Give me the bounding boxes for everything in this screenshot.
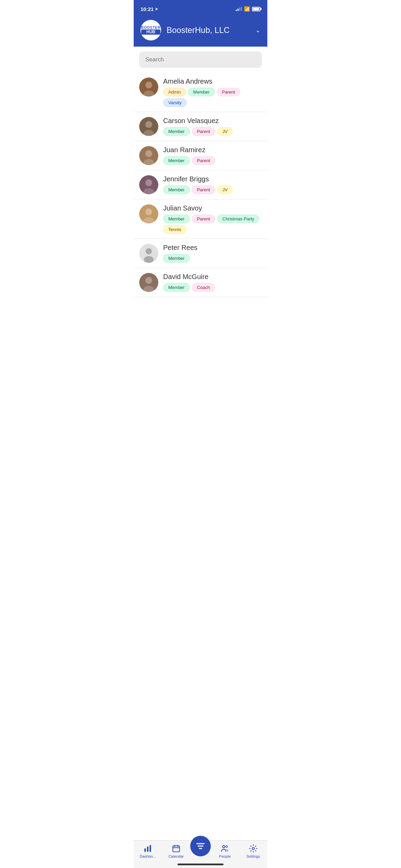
person-name: Julian Savoy <box>163 204 262 212</box>
person-tags: MemberParentJV <box>163 185 262 194</box>
tag-member: Member <box>188 88 215 96</box>
tag-jv: JV <box>217 127 233 136</box>
svg-point-13 <box>145 208 152 215</box>
tag-admin: Admin <box>163 88 186 96</box>
status-bar: 10:21 ➤ 📶 <box>134 0 267 16</box>
tag-member: Member <box>163 215 190 223</box>
person-item[interactable]: David McGuireMemberCoach <box>134 268 267 297</box>
svg-point-4 <box>145 121 152 128</box>
person-tags: MemberCoach <box>163 283 262 292</box>
tag-member: Member <box>163 185 190 194</box>
person-tags: MemberParentChristmas PartyTennis <box>163 215 262 234</box>
logo-hub-text: HUB <box>141 29 160 35</box>
person-name: Amelia Andrews <box>163 77 262 85</box>
tag-coach: Coach <box>192 283 215 292</box>
avatar <box>139 273 158 292</box>
tag-jv: JV <box>217 185 233 194</box>
svg-point-10 <box>145 179 152 186</box>
logo-booster-text: BOOSTER <box>141 26 160 29</box>
avatar <box>139 244 158 263</box>
header-title[interactable]: BoosterHub, LLC <box>167 25 250 35</box>
person-name: Peter Rees <box>163 244 262 252</box>
tag-parent: Parent <box>192 156 215 165</box>
signal-icon <box>236 7 242 11</box>
person-tags: MemberParentJV <box>163 127 262 136</box>
person-name: Jennifer Briggs <box>163 175 262 183</box>
svg-point-19 <box>145 277 152 284</box>
tag-member: Member <box>163 127 190 136</box>
person-tags: AdminMemberParentVarsity <box>163 88 262 107</box>
battery-icon <box>252 7 260 11</box>
avatar <box>139 146 158 165</box>
tag-member: Member <box>163 156 190 165</box>
person-item[interactable]: Amelia AndrewsAdminMemberParentVarsity <box>134 73 267 112</box>
tag-parent: Parent <box>217 88 240 96</box>
avatar <box>139 117 158 136</box>
person-name: David McGuire <box>163 273 262 281</box>
people-list: Amelia AndrewsAdminMemberParentVarsity C… <box>134 73 267 297</box>
tag-parent: Parent <box>192 127 215 136</box>
tag-member: Member <box>163 254 190 263</box>
tag-parent: Parent <box>192 215 215 223</box>
location-icon: ➤ <box>155 7 158 11</box>
app-header: BOOSTER HUB BoosterHub, LLC ⌄ <box>134 16 267 47</box>
avatar <box>139 175 158 194</box>
person-name: Carson Velasquez <box>163 117 262 125</box>
person-item[interactable]: Jennifer BriggsMemberParentJV <box>134 170 267 200</box>
svg-point-17 <box>144 256 154 263</box>
person-item[interactable]: Juan RamirezMemberParent <box>134 141 267 170</box>
search-input[interactable] <box>139 51 262 68</box>
tag-tennis: Tennis <box>163 225 186 234</box>
search-container <box>134 47 267 73</box>
tag-varsity: Varsity <box>163 98 187 107</box>
person-item[interactable]: Carson VelasquezMemberParentJV <box>134 112 267 141</box>
wifi-icon: 📶 <box>244 6 250 12</box>
app-logo: BOOSTER HUB <box>141 20 161 40</box>
avatar <box>139 77 158 97</box>
person-tags: Member <box>163 254 262 263</box>
status-time: 10:21 ➤ <box>141 6 158 12</box>
avatar <box>139 204 158 224</box>
person-tags: MemberParent <box>163 156 262 165</box>
person-item[interactable]: Julian SavoyMemberParentChristmas PartyT… <box>134 200 267 239</box>
tag-parent: Parent <box>192 185 215 194</box>
svg-point-7 <box>145 150 152 157</box>
svg-point-16 <box>146 248 152 254</box>
tag-christmas: Christmas Party <box>217 215 259 223</box>
person-item[interactable]: Peter ReesMember <box>134 239 267 268</box>
time-display: 10:21 <box>141 6 154 12</box>
svg-point-1 <box>145 82 152 88</box>
status-icons: 📶 <box>236 6 260 12</box>
person-name: Juan Ramirez <box>163 146 262 154</box>
tag-member: Member <box>163 283 190 292</box>
header-chevron-icon[interactable]: ⌄ <box>255 26 260 34</box>
